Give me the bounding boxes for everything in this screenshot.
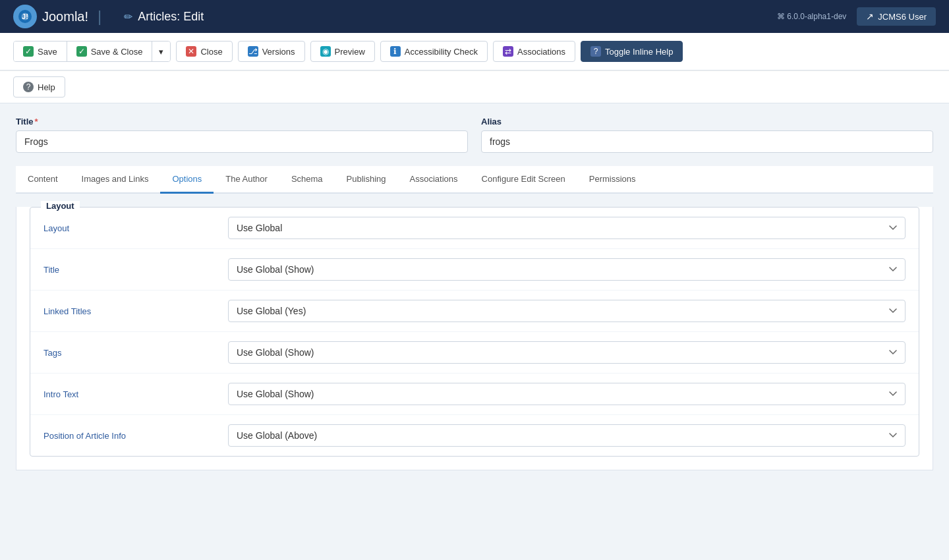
tab-the-author[interactable]: The Author bbox=[214, 166, 279, 194]
option-row-layout: LayoutUse GlobalBlogDefault bbox=[30, 208, 919, 249]
select-tags[interactable]: Use Global (Show)ShowHide bbox=[228, 341, 906, 364]
user-button[interactable]: ↗ JCMS6 User bbox=[857, 7, 936, 26]
option-control-title: Use Global (Show)ShowHide bbox=[228, 258, 906, 281]
option-row-position-of-article-info: Position of Article InfoUse Global (Abov… bbox=[30, 415, 919, 456]
fieldset-legend: Layout bbox=[41, 201, 80, 211]
save-button-group: ✓ Save ✓ Save & Close ▾ bbox=[13, 41, 171, 62]
page-title: ✏ Articles: Edit bbox=[124, 10, 204, 24]
option-control-tags: Use Global (Show)ShowHide bbox=[228, 341, 906, 364]
external-link-icon: ↗ bbox=[866, 11, 874, 22]
accessibility-icon: ℹ bbox=[390, 46, 401, 57]
versions-button[interactable]: ⎇ Versions bbox=[238, 41, 305, 62]
select-linked-titles[interactable]: Use Global (Yes)YesNo bbox=[228, 300, 906, 322]
associations-icon: ⇄ bbox=[503, 46, 513, 57]
option-row-linked-titles: Linked TitlesUse Global (Yes)YesNo bbox=[30, 291, 919, 332]
help-circle-icon: ? bbox=[590, 46, 601, 57]
main-content: Title* Alias ContentImages and LinksOpti… bbox=[0, 103, 949, 484]
tab-content[interactable]: Content bbox=[16, 166, 70, 194]
svg-text:J!: J! bbox=[22, 13, 28, 20]
save-icon: ✓ bbox=[23, 46, 34, 57]
option-control-intro-text: Use Global (Show)ShowHide bbox=[228, 383, 906, 405]
option-label-title: Title bbox=[43, 265, 228, 275]
option-control-linked-titles: Use Global (Yes)YesNo bbox=[228, 300, 906, 322]
associations-button[interactable]: ⇄ Associations bbox=[493, 41, 575, 62]
accessibility-check-button[interactable]: ℹ Accessibility Check bbox=[380, 41, 488, 62]
option-label-position-of-article-info: Position of Article Info bbox=[43, 431, 228, 441]
select-layout[interactable]: Use GlobalBlogDefault bbox=[228, 217, 906, 239]
select-title[interactable]: Use Global (Show)ShowHide bbox=[228, 258, 906, 281]
tab-publishing[interactable]: Publishing bbox=[335, 166, 398, 194]
save-button[interactable]: ✓ Save bbox=[14, 42, 67, 61]
joomla-logo-icon: J! bbox=[13, 5, 37, 28]
option-control-position-of-article-info: Use Global (Above)AboveBelowSplit bbox=[228, 424, 906, 447]
toolbar-row2: ? Help bbox=[0, 70, 949, 103]
title-input[interactable] bbox=[16, 130, 468, 153]
option-label-tags: Tags bbox=[43, 348, 228, 358]
select-intro-text[interactable]: Use Global (Show)ShowHide bbox=[228, 383, 906, 405]
preview-button[interactable]: ◉ Preview bbox=[310, 41, 375, 62]
tab-associations[interactable]: Associations bbox=[398, 166, 470, 194]
close-icon: ✕ bbox=[186, 46, 196, 57]
tab-options[interactable]: Options bbox=[160, 166, 214, 194]
joomla-logo[interactable]: J! Joomla! bbox=[13, 5, 88, 28]
preview-icon: ◉ bbox=[320, 46, 331, 57]
tab-configure-edit-screen[interactable]: Configure Edit Screen bbox=[470, 166, 577, 194]
pencil-icon: ✏ bbox=[124, 11, 132, 23]
save-dropdown-button[interactable]: ▾ bbox=[152, 42, 170, 61]
option-control-layout: Use GlobalBlogDefault bbox=[228, 217, 906, 239]
option-row-tags: TagsUse Global (Show)ShowHide bbox=[30, 332, 919, 374]
topbar-left: J! Joomla! | ✏ Articles: Edit bbox=[13, 5, 204, 28]
tab-schema[interactable]: Schema bbox=[279, 166, 335, 194]
versions-icon: ⎇ bbox=[248, 46, 258, 57]
alias-input[interactable] bbox=[481, 130, 933, 153]
select-position-of-article-info[interactable]: Use Global (Above)AboveBelowSplit bbox=[228, 424, 906, 447]
tabs-bar: ContentImages and LinksOptionsThe Author… bbox=[16, 166, 933, 194]
options-fields: LayoutUse GlobalBlogDefaultTitleUse Glob… bbox=[30, 208, 919, 456]
title-field-group: Title* bbox=[16, 117, 468, 153]
topbar-right: ⌘ 6.0.0-alpha1-dev ↗ JCMS6 User bbox=[777, 7, 936, 26]
save-close-icon: ✓ bbox=[76, 46, 87, 57]
tab-panel: Layout LayoutUse GlobalBlogDefaultTitleU… bbox=[16, 207, 933, 470]
question-icon: ? bbox=[23, 82, 34, 92]
alias-field-group: Alias bbox=[481, 117, 933, 153]
topbar: J! Joomla! | ✏ Articles: Edit ⌘ 6.0.0-al… bbox=[0, 0, 949, 33]
layout-fieldset: Layout LayoutUse GlobalBlogDefaultTitleU… bbox=[30, 207, 919, 457]
chevron-down-icon: ▾ bbox=[159, 47, 163, 57]
title-alias-row: Title* Alias bbox=[16, 117, 933, 153]
option-label-layout: Layout bbox=[43, 223, 228, 233]
save-close-button[interactable]: ✓ Save & Close bbox=[67, 42, 153, 61]
title-label: Title* bbox=[16, 117, 468, 126]
option-label-intro-text: Intro Text bbox=[43, 389, 228, 399]
alias-label: Alias bbox=[481, 117, 933, 126]
joomla-logo-text: Joomla! bbox=[42, 9, 88, 24]
help-button[interactable]: ? Help bbox=[13, 76, 65, 98]
version-text: ⌘ 6.0.0-alpha1-dev bbox=[777, 12, 846, 21]
option-row-intro-text: Intro TextUse Global (Show)ShowHide bbox=[30, 374, 919, 415]
close-button[interactable]: ✕ Close bbox=[176, 41, 232, 62]
option-label-linked-titles: Linked Titles bbox=[43, 306, 228, 316]
option-row-title: TitleUse Global (Show)ShowHide bbox=[30, 249, 919, 291]
toolbar: ✓ Save ✓ Save & Close ▾ ✕ Close ⎇ Versio… bbox=[0, 33, 949, 70]
user-label: JCMS6 User bbox=[878, 12, 927, 22]
tab-permissions[interactable]: Permissions bbox=[577, 166, 648, 194]
tab-images-links[interactable]: Images and Links bbox=[70, 166, 161, 194]
toggle-inline-help-button[interactable]: ? Toggle Inline Help bbox=[581, 41, 683, 62]
